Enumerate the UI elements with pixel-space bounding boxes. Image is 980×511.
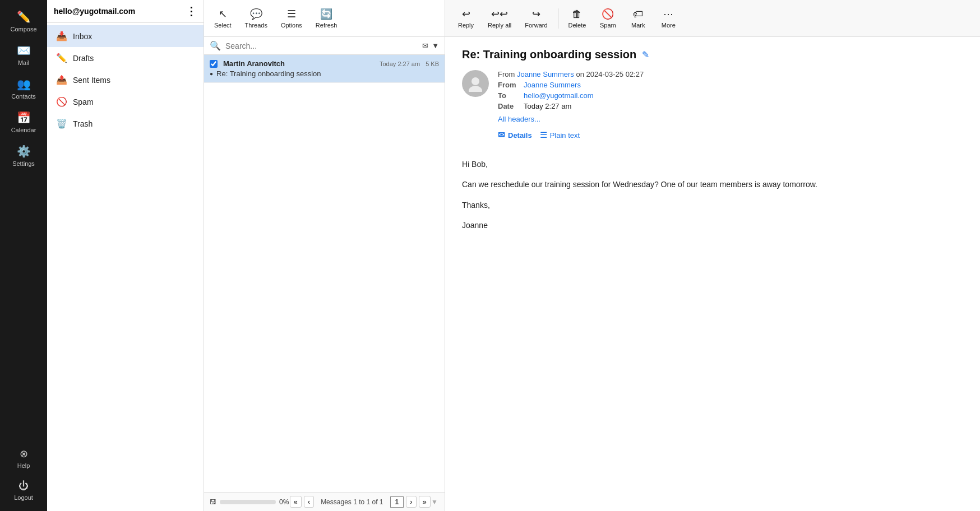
spam-button[interactable]: 🚫 Spam [594, 4, 622, 32]
folder-item-inbox[interactable]: 📥 Inbox [47, 25, 204, 47]
details-label: Details [508, 131, 532, 140]
plain-text-view-button[interactable]: ☰ Plain text [540, 130, 580, 140]
threads-label: Threads [245, 22, 267, 29]
refresh-icon: 🔄 [320, 8, 332, 20]
contacts-icon: 👥 [17, 77, 31, 91]
email-meta-from-row: From Joanne Summers [498, 81, 644, 89]
mark-label: Mark [631, 22, 645, 29]
filter-envelope-icon: ✉ [422, 41, 428, 50]
drafts-icon: ✏️ [56, 53, 67, 63]
search-icon: 🔍 [210, 40, 221, 51]
email-subject-line: Re: Training onboarding session ✎ [462, 48, 963, 61]
reply-all-label: Reply all [488, 22, 511, 29]
sidebar-item-help-label: Help [17, 462, 30, 469]
sidebar-item-contacts-label: Contacts [11, 93, 35, 100]
first-page-button[interactable]: « [290, 496, 302, 508]
message-checkbox[interactable] [210, 60, 218, 68]
folder-label-inbox: Inbox [73, 32, 92, 41]
forward-button[interactable]: ↪ Forward [519, 4, 553, 32]
settings-icon: ⚙️ [17, 145, 31, 158]
folder-panel: hello@yugotmail.com ⋮ 📥 Inbox ✏️ Drafts … [47, 0, 204, 511]
edit-subject-icon[interactable]: ✎ [642, 49, 649, 60]
reply-button[interactable]: ↩ Reply [452, 4, 480, 32]
plain-text-icon: ☰ [540, 130, 547, 140]
mark-button[interactable]: 🏷 Mark [624, 5, 652, 32]
email-body-line3: Thanks, [462, 199, 963, 211]
filter-dropdown-icon[interactable]: ▼ [432, 41, 439, 50]
sidebar-item-compose[interactable]: ✏️ Compose [0, 4, 47, 38]
mark-icon: 🏷 [633, 8, 643, 20]
inbox-icon: 📥 [56, 31, 67, 41]
email-view-options: ✉ Details ☰ Plain text [498, 130, 644, 140]
sidebar-item-logout-label: Logout [14, 494, 33, 501]
date-label: Date [498, 102, 520, 110]
threads-button[interactable]: 💬 Threads [239, 4, 273, 32]
from-date: on 2024-03-25 02:27 [576, 70, 644, 78]
forward-label: Forward [525, 22, 547, 29]
sidebar-item-help[interactable]: ⊗ Help [0, 442, 47, 475]
details-view-button[interactable]: ✉ Details [498, 130, 532, 140]
message-size: 5 KB [426, 61, 439, 67]
message-list-panel: ↖ Select 💬 Threads ☰ Options 🔄 Refresh 🔍… [204, 0, 445, 511]
email-body-line1: Hi Bob, [462, 158, 963, 170]
folder-item-drafts[interactable]: ✏️ Drafts [47, 47, 204, 69]
help-icon: ⊗ [20, 448, 28, 460]
account-email: hello@yugotmail.com [54, 7, 135, 16]
folder-item-spam[interactable]: 🚫 Spam [47, 91, 204, 113]
reply-label: Reply [458, 22, 474, 29]
sidebar-item-calendar[interactable]: 📅 Calendar [0, 105, 47, 139]
sidebar-item-logout[interactable]: ⏻ Logout [0, 475, 47, 507]
reply-all-button[interactable]: ↩↩ Reply all [482, 4, 517, 32]
options-button[interactable]: ☰ Options [275, 4, 308, 32]
account-more-icon[interactable]: ⋮ [186, 4, 197, 18]
sidebar-item-mail[interactable]: ✉️ Mail [0, 38, 47, 72]
options-label: Options [281, 22, 302, 29]
refresh-button[interactable]: 🔄 Refresh [310, 4, 343, 32]
mail-filter-icons[interactable]: ✉ ▼ [422, 41, 439, 50]
sidebar-item-settings[interactable]: ⚙️ Settings [0, 139, 47, 173]
select-button[interactable]: ↖ Select [209, 4, 237, 32]
reading-pane: ↩ Reply ↩↩ Reply all ↪ Forward 🗑 Delete … [445, 0, 980, 511]
folder-list: 📥 Inbox ✏️ Drafts 📤 Sent Items 🚫 Spam 🗑️… [47, 23, 204, 137]
resize-handle[interactable]: ▼ [431, 498, 439, 506]
progress-bar-icon: 🖫 [210, 498, 216, 506]
compose-icon: ✏️ [17, 10, 31, 24]
spam-label: Spam [600, 22, 616, 29]
from-name-link[interactable]: Joanne Summers [517, 70, 574, 78]
date-value: Today 2:27 am [524, 102, 571, 110]
spam-icon: 🚫 [602, 8, 614, 20]
sidebar-item-contacts[interactable]: 👥 Contacts [0, 72, 47, 105]
search-input[interactable] [225, 41, 418, 50]
plain-text-label: Plain text [550, 131, 580, 140]
email-meta-date-row: Date Today 2:27 am [498, 102, 644, 110]
message-date: Today 2:27 am [380, 61, 420, 67]
reply-all-icon: ↩↩ [491, 8, 508, 20]
email-content: Re: Training onboarding session ✎ From J… [445, 37, 980, 511]
next-page-button[interactable]: › [406, 496, 416, 508]
svg-point-0 [471, 77, 479, 85]
from-value-link[interactable]: Joanne Summers [524, 81, 581, 89]
all-headers-link[interactable]: All headers... [498, 115, 644, 123]
calendar-icon: 📅 [17, 111, 31, 124]
sent-icon: 📤 [56, 75, 67, 85]
folder-label-trash: Trash [73, 119, 93, 128]
logout-icon: ⏻ [19, 480, 29, 492]
spam-icon: 🚫 [56, 96, 67, 107]
folder-item-sent[interactable]: 📤 Sent Items [47, 69, 204, 91]
last-page-button[interactable]: » [419, 496, 431, 508]
email-header-box: From Joanne Summers on 2024-03-25 02:27 … [462, 70, 963, 149]
email-body: Hi Bob, Can we reschedule our training s… [462, 158, 963, 232]
folder-item-trash[interactable]: 🗑️ Trash [47, 113, 204, 134]
refresh-label: Refresh [316, 22, 338, 29]
threads-icon: 💬 [250, 8, 262, 20]
search-bar: 🔍 ✉ ▼ [204, 37, 445, 55]
delete-button[interactable]: 🗑 Delete [563, 5, 592, 32]
toolbar-separator [558, 8, 558, 29]
prev-page-button[interactable]: ‹ [304, 496, 314, 508]
details-icon: ✉ [498, 130, 505, 140]
pagination-controls: « ‹ Messages 1 to 1 of 1 1 › » [290, 496, 431, 508]
more-button[interactable]: ⋯ More [654, 4, 682, 32]
table-row[interactable]: Martin Aranovitch Today 2:27 am 5 KB ● R… [204, 55, 445, 83]
to-value-link[interactable]: hello@yugotmail.com [524, 91, 593, 100]
reply-icon: ↩ [462, 8, 470, 20]
